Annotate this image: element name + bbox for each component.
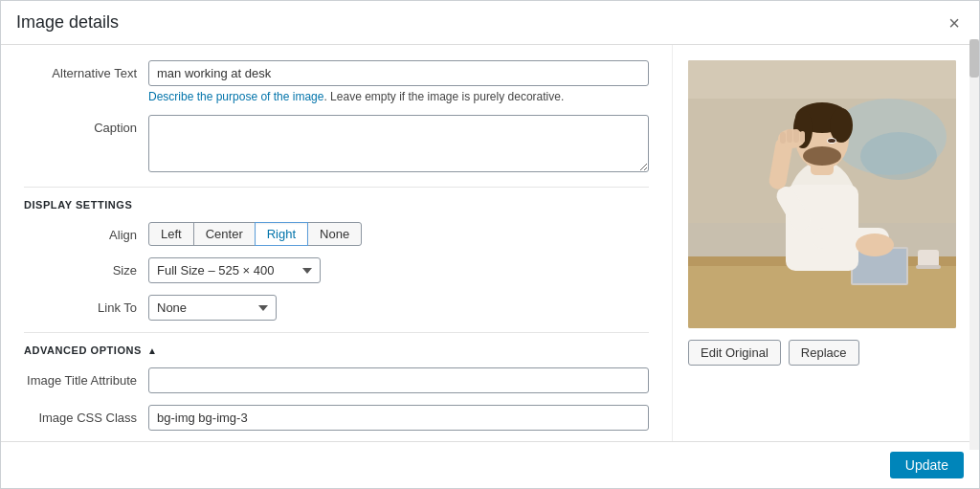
title-attribute-row: Image Title Attribute — [24, 367, 649, 393]
scrollbar-track[interactable] — [969, 45, 979, 441]
align-buttons: Left Center Right None — [148, 222, 649, 246]
css-class-field-group — [148, 405, 649, 431]
divider-2 — [24, 332, 649, 333]
image-action-buttons: Edit Original Replace — [688, 340, 859, 366]
link-to-row: Link To None Media File Attachment Page … — [24, 295, 649, 321]
svg-rect-12 — [916, 265, 941, 269]
align-left-button[interactable]: Left — [148, 222, 194, 246]
svg-point-20 — [803, 146, 841, 166]
css-class-row: Image CSS Class — [24, 405, 649, 431]
align-center-button[interactable]: Center — [193, 222, 256, 246]
replace-button[interactable]: Replace — [789, 340, 859, 366]
css-class-label: Image CSS Class — [24, 405, 148, 425]
alt-text-field-group: Describe the purpose of the image. Leave… — [148, 60, 649, 103]
link-to-field-group: None Media File Attachment Page Custom U… — [148, 295, 649, 321]
caption-field-group — [148, 115, 649, 175]
scrollbar-thumb[interactable] — [969, 45, 979, 78]
caption-row: Caption — [24, 115, 649, 175]
svg-rect-7 — [688, 261, 956, 328]
svg-rect-27 — [787, 129, 792, 143]
edit-original-button[interactable]: Edit Original — [688, 340, 781, 366]
image-preview — [688, 60, 956, 328]
title-attribute-field-group — [148, 367, 649, 393]
alt-text-link[interactable]: Describe the purpose of the image — [148, 90, 323, 103]
svg-rect-28 — [793, 129, 799, 143]
alt-text-row: Alternative Text Describe the purpose of… — [24, 60, 649, 103]
size-field-group: Full Size – 525 × 400 Large Medium Thumb… — [148, 257, 649, 283]
dialog-title: Image details — [16, 12, 119, 33]
update-button[interactable]: Update — [890, 452, 964, 478]
dialog-header: Image details × — [1, 1, 979, 45]
svg-rect-11 — [918, 250, 939, 267]
advanced-options-heading[interactable]: ADVANCED OPTIONS ▲ — [24, 345, 649, 356]
align-buttons-group: Left Center Right None — [148, 222, 649, 246]
link-to-label: Link To — [24, 295, 148, 315]
caption-label: Caption — [24, 115, 148, 135]
left-panel: Alternative Text Describe the purpose of… — [1, 45, 673, 441]
align-right-button[interactable]: Right — [255, 222, 308, 246]
align-label: Align — [24, 222, 148, 242]
alt-text-hint-rest: . Leave empty if the image is purely dec… — [323, 90, 564, 103]
size-label: Size — [24, 257, 148, 278]
caption-textarea[interactable] — [148, 115, 649, 172]
svg-rect-26 — [780, 132, 786, 144]
svg-point-19 — [830, 108, 853, 143]
right-panel: Edit Original Replace — [673, 45, 979, 441]
alt-text-label: Alternative Text — [24, 60, 148, 80]
image-details-dialog: Image details × Alternative Text Describ… — [0, 0, 980, 489]
advanced-toggle-icon: ▲ — [147, 345, 157, 356]
alt-text-input[interactable] — [148, 60, 649, 86]
size-row: Size Full Size – 525 × 400 Large Medium … — [24, 257, 649, 283]
alt-text-hint: Describe the purpose of the image. Leave… — [148, 90, 649, 103]
css-class-input[interactable] — [148, 405, 649, 431]
display-settings-heading: DISPLAY SETTINGS — [24, 199, 649, 211]
svg-point-22 — [828, 139, 835, 143]
preview-image — [688, 60, 956, 328]
svg-point-31 — [856, 233, 894, 256]
link-to-select[interactable]: None Media File Attachment Page Custom U… — [148, 295, 277, 321]
title-attribute-label: Image Title Attribute — [24, 367, 148, 388]
size-select[interactable]: Full Size – 525 × 400 Large Medium Thumb… — [148, 257, 321, 283]
svg-point-6 — [860, 132, 937, 180]
dialog-body: Alternative Text Describe the purpose of… — [1, 45, 979, 441]
divider-1 — [24, 187, 649, 188]
dialog-footer: Update — [1, 441, 979, 488]
svg-rect-29 — [800, 131, 805, 143]
advanced-options-label: ADVANCED OPTIONS — [24, 345, 142, 356]
align-none-button[interactable]: None — [307, 222, 362, 246]
align-row: Align Left Center Right None — [24, 222, 649, 246]
close-button[interactable]: × — [945, 13, 964, 33]
title-attribute-input[interactable] — [148, 367, 649, 393]
